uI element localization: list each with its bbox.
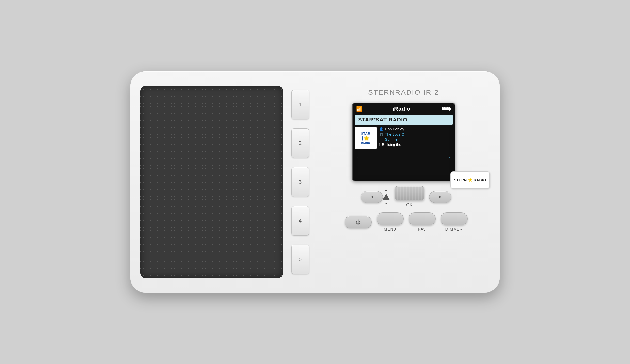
badge-stern-text: STERN (454, 178, 467, 182)
song-line-2: Summer (385, 137, 399, 141)
wifi-icon: 📶 (356, 106, 362, 112)
screen-left-arrow[interactable]: ← (356, 153, 362, 160)
dimmer-button[interactable] (440, 213, 468, 225)
right-panel: STERNRADIO IR 2 📶 iRadio STAR*SAT (318, 86, 490, 278)
preset-button-5[interactable]: 5 (292, 245, 309, 274)
controls-row-2: ⏻ MENU FAV DIMMER (322, 213, 490, 232)
preset-button-3[interactable]: 3 (292, 167, 309, 197)
screen-mode: iRadio (392, 106, 410, 112)
nav-right-button[interactable]: ► (429, 191, 451, 203)
speaker-grille (140, 86, 283, 278)
volume-indicator: + - (382, 188, 390, 206)
brand-title: STERNRADIO IR 2 (368, 88, 439, 96)
track-info: 👤 Don Henley 🎵 The Boys Of 🎵 Summer ℹ Bu… (379, 127, 405, 147)
vol-triangle (382, 194, 390, 200)
screen-footer[interactable]: ← → (353, 152, 454, 162)
fav-btn-col: FAV (408, 213, 436, 232)
song-row-2: 🎵 Summer (379, 137, 405, 141)
preset-button-4[interactable]: 4 (292, 206, 309, 236)
screen-content: STAR / ★ RADIO 👤 Don Henley (353, 125, 454, 151)
vol-minus-label: - (386, 201, 387, 206)
speaker-dots (140, 86, 283, 278)
screen-header: 📶 iRadio (353, 103, 454, 115)
controls-row-1: ◄ + - OK ► (322, 186, 490, 208)
fav-label: FAV (418, 227, 426, 232)
menu-button[interactable] (376, 213, 404, 225)
sternradio-logo-badge: STERN ★ RADIO (450, 171, 490, 189)
artist-icon: 👤 (379, 127, 384, 131)
power-btn-col: ⏻ (344, 216, 372, 229)
left-arrow-icon: ◄ (370, 194, 374, 199)
badge-radio-text: RADIO (474, 178, 486, 182)
next-icon: ℹ (379, 143, 380, 147)
next-track-row: ℹ Building the (379, 142, 405, 147)
controls-area: STERN ★ RADIO ◄ + - (318, 186, 490, 232)
power-button[interactable]: ⏻ (344, 216, 372, 229)
dimmer-label: DIMMER (446, 227, 463, 232)
right-arrow-icon: ► (438, 194, 442, 199)
vol-plus-label: + (385, 188, 388, 193)
preset-button-2[interactable]: 2 (292, 128, 309, 158)
nav-left-button[interactable]: ◄ (361, 191, 383, 203)
power-icon: ⏻ (356, 219, 360, 225)
fav-button[interactable] (408, 213, 436, 225)
preset-button-1[interactable]: 1 (292, 90, 309, 119)
badge-star-icon: ★ (468, 177, 473, 183)
music-icon-1: 🎵 (379, 132, 384, 136)
artist-name: Don Henley (385, 127, 404, 131)
ok-label: OK (406, 202, 413, 208)
screen-right-arrow[interactable]: → (445, 153, 451, 160)
station-logo: STAR / ★ RADIO (354, 127, 377, 149)
station-name: STAR*SAT RADIO (354, 115, 452, 125)
song-line-1: The Boys Of (385, 132, 405, 136)
ok-button[interactable] (395, 186, 424, 200)
radio-device: 1 2 3 4 5 STERNRADIO IR 2 📶 iRadio (130, 71, 500, 293)
battery-icon (441, 107, 451, 111)
next-track: Building the (382, 142, 401, 147)
dimmer-btn-col: DIMMER (440, 213, 468, 232)
song-row-1: 🎵 The Boys Of (379, 132, 405, 136)
menu-label: MENU (384, 227, 396, 232)
preset-column: 1 2 3 4 5 (290, 86, 310, 278)
artist-row: 👤 Don Henley (379, 127, 405, 131)
logo-star-symbol: ★ (364, 135, 370, 142)
menu-btn-col: MENU (376, 213, 404, 232)
display-screen: 📶 iRadio STAR*SAT RADIO (352, 103, 455, 181)
logo-radio-text: RADIO (361, 142, 370, 144)
